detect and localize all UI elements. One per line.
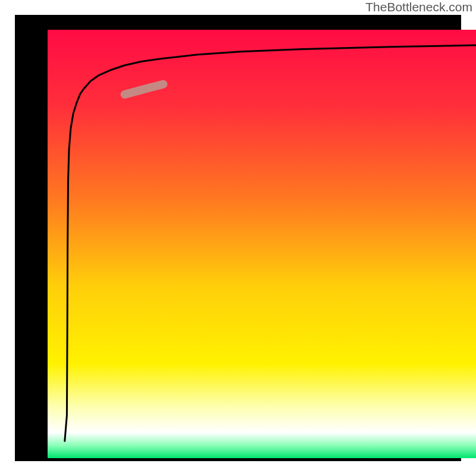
chart-svg: [30, 30, 476, 476]
gradient-background: [48, 30, 476, 458]
chart-frame: [15, 15, 461, 461]
watermark-text: TheBottleneck.com: [365, 0, 472, 14]
